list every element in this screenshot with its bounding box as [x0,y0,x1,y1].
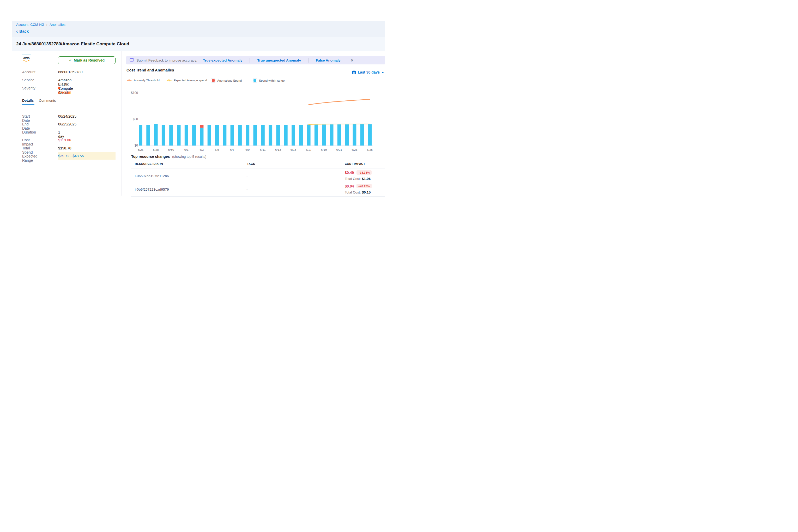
x-axis-label: 5/26 [138,148,144,151]
back-button[interactable]: ‹ Back [16,29,29,33]
total-spend-value: $158.78 [58,146,72,150]
total-cost-label: Total Cost: [345,190,361,194]
cost-impact-amount: $0.04 [345,184,354,188]
true-expected-anomaly-button[interactable]: True expected Anomaly [203,58,242,62]
anomaly-summary-panel: aws ✓ Mark as Resolved Account 868001352… [12,51,121,197]
bar-6/7[interactable] [230,125,234,146]
bar-6/22[interactable] [345,125,349,146]
bar-6/14[interactable] [284,125,288,146]
x-axis-label: 6/17 [306,148,311,151]
bar-6/4[interactable] [208,125,211,146]
date-range-label: Last 30 days [358,70,380,74]
breadcrumb-account-link[interactable]: Account: CCM-NG [16,23,44,26]
bar-6/1[interactable] [185,125,188,146]
x-axis-label: 6/11 [260,148,266,151]
resource-cost-impact: $0.04 +42.26% [345,184,372,188]
bar-6/24[interactable] [360,125,364,146]
tab-comments[interactable]: Comments [39,99,56,102]
bar-6/15[interactable] [291,125,295,146]
total-cost-label: Total Cost: [345,177,361,181]
bar-5/30[interactable] [169,125,173,146]
table-header-divider [131,168,385,169]
bar-6/21[interactable] [338,125,341,146]
bar-6/3[interactable] [200,128,204,146]
x-axis-label: 6/1 [184,148,189,151]
x-axis-label: 6/15 [290,148,296,151]
cost-change-badge: +42.26% [357,184,372,188]
bar-6/9[interactable] [246,125,249,146]
bar-6/12[interactable] [269,125,272,146]
bar-5/28[interactable] [154,124,158,146]
breadcrumb-anomalies-link[interactable]: Anomalies [50,23,65,26]
bar-6/16[interactable] [299,125,303,146]
end-date-value: 06/25/2025 [58,122,76,126]
bar-6/2[interactable] [192,125,196,146]
bar-5/27[interactable] [146,125,150,146]
bar-5/29[interactable] [162,125,165,146]
bar-5/31[interactable] [177,125,181,146]
cost-trend-chart[interactable]: $0$50$1005/265/285/306/16/36/56/76/96/11… [127,88,387,155]
back-label: Back [19,29,29,33]
bar-6/25[interactable] [368,125,372,146]
true-unexpected-anomaly-button[interactable]: True unexpected Anomaly [257,58,301,62]
chevron-down-icon [382,72,384,73]
bar-6/17[interactable] [307,125,310,146]
column-header-tags: TAGS [247,162,255,165]
line-anomaly-threshold [309,99,370,105]
bar-6/23[interactable] [353,125,356,146]
cost-change-badge: +33.33% [357,170,372,175]
bar-6/10[interactable] [253,125,257,146]
feedback-bar: Submit Feedback to improve accuracy: Tru… [126,56,385,64]
service-label: Service [22,78,34,82]
bar-6/5[interactable] [215,125,219,146]
bar-6/20[interactable] [330,125,334,146]
start-date-value: 06/24/2025 [58,114,76,118]
false-anomaly-button[interactable]: False Anomaly [316,58,341,62]
pulse-line-icon [127,78,132,82]
legend-anomaly-threshold: Anomaly Threshold [127,78,159,82]
x-axis-label: 6/23 [352,148,357,151]
bar-6/8[interactable] [238,125,242,146]
x-axis-label: 6/21 [337,148,342,151]
y-axis-label: $50 [133,117,138,121]
resource-tags: - [246,174,248,178]
resources-heading: Top resource changes (showing top 5 resu… [131,154,206,158]
legend-anomalous-spend: Anomalous Spend [211,78,242,83]
tab-details[interactable]: Details [22,99,34,102]
bar-6/19[interactable] [322,125,326,146]
feedback-bubble-icon [130,58,134,62]
column-header-resource-id: RESOURCE ID/ARN [135,162,163,165]
mark-as-resolved-button[interactable]: ✓ Mark as Resolved [58,56,116,64]
breadcrumb-chevron-icon: › [46,23,48,26]
resource-id-link[interactable]: i-06597ba197fe112b6 [135,174,169,178]
expected-range-value: $39.72 - $48.56 [58,154,84,158]
aws-logo-icon: aws [22,55,31,63]
table-row-divider [131,196,385,197]
legend-label: Anomalous Spend [217,79,242,82]
feedback-close-icon[interactable]: ✕ [350,58,354,62]
bar-6/13[interactable] [276,125,280,146]
bar-anomalous-6/3[interactable] [200,125,204,128]
bar-6/18[interactable] [315,125,318,146]
cost-impact-label: Cost Impact [22,138,33,146]
total-cost-value: $1.96 [362,177,370,181]
bar-6/11[interactable] [261,125,265,146]
resource-total-cost: Total Cost:$1.96 [345,177,370,181]
x-axis-label: 5/28 [153,148,158,151]
severity-label: Severity [22,86,36,90]
header-band: Account: CCM-NG › Anomalies ‹ Back [12,21,385,37]
resource-total-cost: Total Cost:$0.15 [345,190,370,194]
active-tab-indicator [22,104,34,104]
legend-expected-average-spend: Expected Average spend [167,78,207,82]
duration-label: Duration [22,130,36,134]
resources-subheading: (showing top 5 results) [172,155,206,158]
bar-6/6[interactable] [223,125,226,146]
date-range-selector[interactable]: Last 30 days [352,70,384,74]
account-label: Account [22,70,36,74]
x-axis-label: 6/9 [245,148,250,151]
chart-title: Cost Trend and Anomalies [127,68,174,72]
resource-cost-impact: $0.49 +33.33% [345,170,372,175]
bar-5/26[interactable] [139,125,142,146]
resource-id-link[interactable]: i-0b6f257223cad9579 [135,188,169,191]
severity-dot-icon [58,87,60,89]
